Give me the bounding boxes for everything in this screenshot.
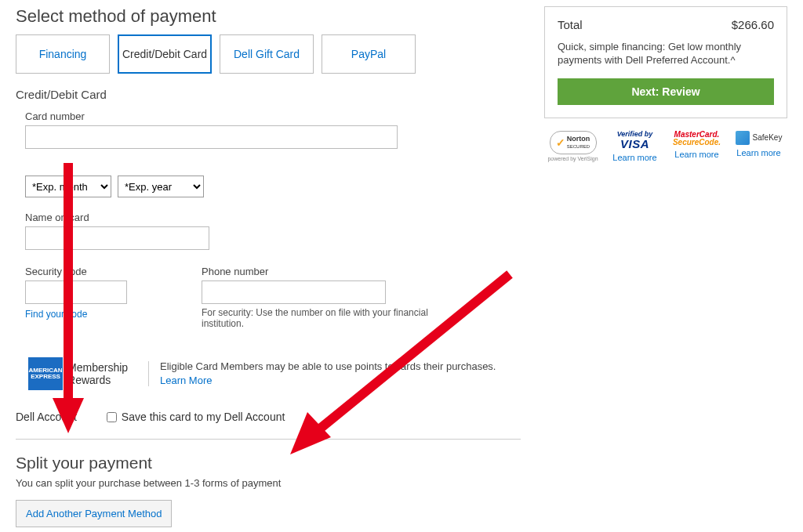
card-section-label: Credit/Debit Card xyxy=(16,88,521,101)
next-review-button[interactable]: Next: Review xyxy=(558,78,774,105)
payment-heading: Select method of payment xyxy=(16,6,521,27)
tab-gift-card[interactable]: Dell Gift Card xyxy=(220,34,314,74)
phone-hint: For security: Use the number on file wit… xyxy=(202,307,437,329)
norton-secured-icon: NortonSECURED xyxy=(550,131,597,154)
amex-learn-more-link[interactable]: Learn More xyxy=(160,375,212,386)
tab-paypal[interactable]: PayPal xyxy=(322,34,416,74)
card-number-input[interactable] xyxy=(25,125,398,149)
split-payment-desc: You can split your purchase between 1-3 … xyxy=(16,477,521,489)
section-divider xyxy=(16,439,521,440)
exp-year-select[interactable]: *Exp. year xyxy=(118,176,204,197)
safekey-learn-more-link[interactable]: Learn more xyxy=(736,148,780,157)
tab-credit-debit[interactable]: Credit/Debit Card xyxy=(118,34,212,74)
financing-blurb: Quick, simple financing: Get low monthly… xyxy=(558,41,774,67)
exp-month-select[interactable]: *Exp. month xyxy=(25,176,111,197)
card-number-label: Card number xyxy=(25,110,521,122)
find-your-code-link[interactable]: Find your code xyxy=(25,309,131,320)
phone-number-input[interactable] xyxy=(202,280,386,304)
trust-badges-row: NortonSECURED powered by VeriSign Verifi… xyxy=(544,131,787,162)
mastercard-securecode-icon: MasterCard. SecureCode. xyxy=(673,131,721,147)
phone-number-label: Phone number xyxy=(202,266,437,277)
total-label: Total xyxy=(558,18,583,31)
total-value: $266.60 xyxy=(732,18,774,31)
add-payment-method-button[interactable]: Add Another Payment Method xyxy=(16,500,172,527)
security-code-input[interactable] xyxy=(25,280,127,304)
tab-financing[interactable]: Financing xyxy=(16,34,110,74)
save-card-label: Save this card to my Dell Account xyxy=(122,411,285,423)
split-payment-heading: Split your payment xyxy=(16,454,521,472)
msc-learn-more-link[interactable]: Learn more xyxy=(674,150,718,159)
name-on-card-label: Name on card xyxy=(25,212,521,223)
safekey-icon: SafeKey xyxy=(736,131,783,145)
norton-subtext: powered by VeriSign xyxy=(547,156,598,161)
payment-tabs: Financing Credit/Debit Card Dell Gift Ca… xyxy=(16,34,521,74)
vbv-learn-more-link[interactable]: Learn more xyxy=(612,153,656,162)
membership-rewards-label: Membership Rewards xyxy=(67,361,149,386)
save-card-checkbox[interactable] xyxy=(107,412,117,422)
dell-account-label: Dell Account xyxy=(16,411,77,423)
amex-logo-icon: AMERICAN EXPRESS xyxy=(28,357,63,390)
verified-by-visa-icon: Verified by VISA xyxy=(617,131,653,150)
security-code-label: Security code xyxy=(25,266,131,277)
name-on-card-input[interactable] xyxy=(25,226,209,250)
order-summary-box: Total $266.60 Quick, simple financing: G… xyxy=(544,6,787,118)
amex-description: Eligible Card Members may be able to use… xyxy=(160,360,521,388)
